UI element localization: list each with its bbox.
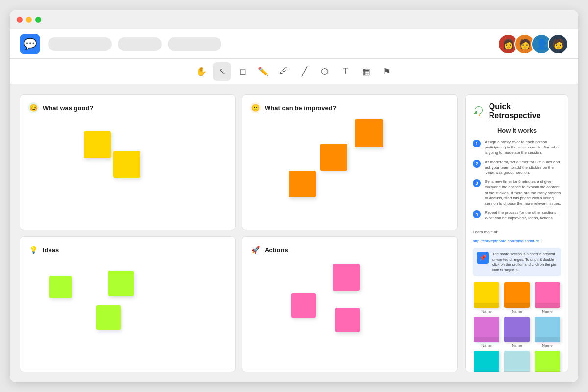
- app-header: 💬 👩 🧑 👤 🧑: [10, 29, 578, 59]
- sticky-note[interactable]: [113, 151, 140, 178]
- learn-more-section: Learn more at: http://conceptboard.com/b…: [473, 226, 561, 244]
- nav-item-1[interactable]: [48, 37, 112, 51]
- panel-title: Quick Retrospective: [489, 102, 561, 120]
- learn-more-label: Learn more at:: [473, 230, 498, 234]
- title-bar: [10, 10, 578, 29]
- section-icon-good: 😊: [28, 102, 39, 113]
- step-text-1: Assign a sticky color to each person par…: [485, 139, 561, 156]
- swatch-skyblue[interactable]: Name: [534, 317, 561, 348]
- step-text-2: As moderator, set a timer for 3 minutes …: [485, 159, 561, 176]
- swatch-lime[interactable]: Name: [534, 351, 561, 372]
- user-avatars: 👩 🧑 👤 🧑: [498, 34, 568, 54]
- toolbar: ✋ ↖ ◻ ✏️ 🖊 ╱ ⬡ T ▦ ⚑: [10, 59, 578, 84]
- swatch-label-yellow: Name: [481, 309, 491, 314]
- panel-header: Quick Retrospective: [473, 102, 561, 120]
- header-nav: [48, 37, 498, 51]
- swatch-yellow[interactable]: Name: [473, 282, 500, 314]
- board-area: 😊 What was good? 😐 What can be improved?: [20, 94, 458, 372]
- swatch-violet[interactable]: Name: [503, 317, 531, 348]
- step-item-1: 1 Assign a sticky color to each person p…: [473, 139, 561, 156]
- step-item-3: 3 Set a new timer for 6 minutes and give…: [473, 179, 561, 206]
- close-button[interactable]: [17, 17, 23, 23]
- section-title-actions: Actions: [265, 246, 288, 254]
- sticky-note[interactable]: [320, 144, 347, 171]
- app-logo[interactable]: 💬: [20, 34, 40, 54]
- swatch-label-orchid: Name: [481, 343, 491, 348]
- swatch-label-orange: Name: [512, 309, 522, 314]
- pin-text: The board section is pinned to prevent u…: [492, 252, 557, 272]
- right-panel: Quick Retrospective How it works 1 Assig…: [466, 94, 568, 372]
- tool-text[interactable]: T: [336, 62, 355, 81]
- sticky-note[interactable]: [291, 293, 316, 318]
- sticky-note[interactable]: [333, 264, 360, 291]
- step-num-1: 1: [473, 140, 481, 147]
- traffic-lights: [17, 17, 41, 23]
- swatch-teal[interactable]: Name: [473, 351, 500, 372]
- avatar-4[interactable]: 🧑: [548, 34, 568, 54]
- swatch-label-violet: Name: [512, 343, 522, 348]
- sticky-note[interactable]: [335, 308, 360, 332]
- swatch-orchid[interactable]: Name: [473, 317, 500, 348]
- logo-icon: 💬: [24, 38, 37, 50]
- app-window: 💬 👩 🧑 👤 🧑 ✋ ↖ ◻ ✏️ 🖊 ╱ ⬡ T ▦ ⚑: [10, 10, 578, 382]
- section-what-can-be-improved: 😐 What can be improved?: [242, 94, 458, 230]
- tool-cursor[interactable]: ↖: [213, 62, 231, 81]
- step-text-4: Repeat the process for the other section…: [485, 210, 561, 220]
- sticky-note[interactable]: [96, 305, 121, 330]
- tool-eraser[interactable]: ◻: [233, 62, 252, 81]
- tool-marker[interactable]: 🖊: [274, 62, 293, 81]
- sticky-note[interactable]: [84, 131, 111, 158]
- step-list: 1 Assign a sticky color to each person p…: [473, 139, 561, 220]
- section-icon-ideas: 💡: [28, 245, 39, 255]
- tool-pencil[interactable]: ✏️: [254, 62, 272, 81]
- section-header-good: 😊 What was good?: [28, 102, 227, 113]
- pin-icon: 📌: [477, 252, 489, 264]
- swatch-orange[interactable]: Name: [503, 282, 531, 314]
- section-icon-improved: 😐: [250, 102, 261, 113]
- section-icon-actions: 🚀: [250, 245, 261, 255]
- step-text-3: Set a new timer for 6 minutes and give e…: [485, 179, 561, 206]
- pin-notice: 📌 The board section is pinned to prevent…: [473, 248, 561, 276]
- swatch-label-skyblue: Name: [542, 343, 552, 348]
- tool-line[interactable]: ╱: [295, 62, 314, 81]
- nav-item-2[interactable]: [118, 37, 162, 51]
- tool-hand[interactable]: ✋: [192, 62, 211, 81]
- section-header-improved: 😐 What can be improved?: [250, 102, 449, 113]
- canvas-area: 😊 What was good? 😐 What can be improved?: [10, 84, 578, 382]
- section-what-was-good: 😊 What was good?: [20, 94, 236, 230]
- step-num-4: 4: [473, 210, 481, 218]
- tool-note[interactable]: ▦: [357, 62, 375, 81]
- swatch-powder[interactable]: Name: [503, 351, 531, 372]
- tool-shapes[interactable]: ⬡: [316, 62, 334, 81]
- minimize-button[interactable]: [26, 17, 32, 23]
- swatch-label-pink: Name: [542, 309, 552, 314]
- step-item-2: 2 As moderator, set a timer for 3 minute…: [473, 159, 561, 176]
- panel-recycl-icon: [473, 105, 485, 118]
- color-swatches: Name Name Name Name Name: [473, 282, 561, 372]
- how-it-works-title: How it works: [473, 127, 561, 134]
- tool-flag[interactable]: ⚑: [377, 62, 396, 81]
- section-ideas: 💡 Ideas: [20, 236, 236, 372]
- section-header-actions: 🚀 Actions: [250, 245, 449, 255]
- section-title-improved: What can be improved?: [265, 104, 337, 112]
- section-title-ideas: Ideas: [43, 246, 59, 254]
- section-header-ideas: 💡 Ideas: [28, 245, 227, 255]
- step-num-2: 2: [473, 160, 481, 168]
- section-actions: 🚀 Actions: [242, 236, 458, 372]
- sticky-note[interactable]: [49, 276, 72, 298]
- nav-item-3[interactable]: [168, 37, 221, 51]
- step-num-3: 3: [473, 179, 481, 187]
- sticky-note[interactable]: [355, 119, 383, 147]
- sticky-note[interactable]: [289, 171, 316, 197]
- section-title-good: What was good?: [43, 104, 93, 112]
- maximize-button[interactable]: [35, 17, 41, 23]
- step-item-4: 4 Repeat the process for the other secti…: [473, 210, 561, 220]
- swatch-pink[interactable]: Name: [534, 282, 561, 314]
- sticky-note[interactable]: [108, 271, 134, 296]
- learn-more-link[interactable]: http://conceptboard.com/blog/sprint-re..…: [473, 239, 542, 243]
